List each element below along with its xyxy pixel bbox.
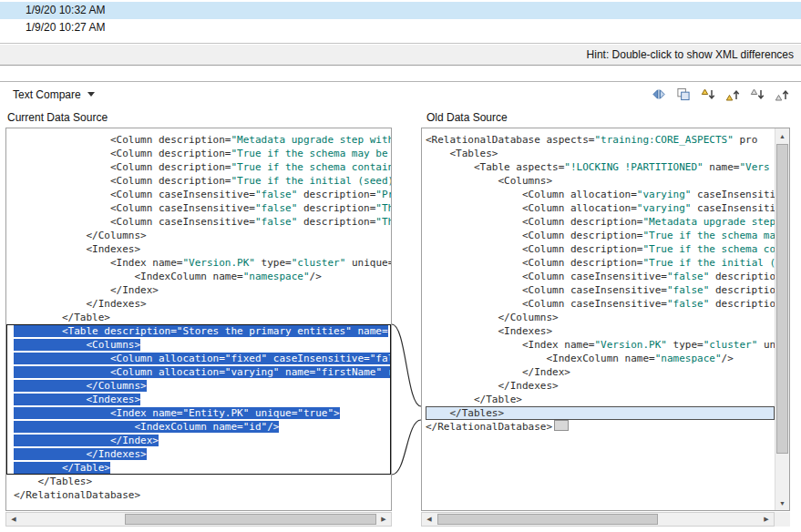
code-line[interactable]: <Column description="True if the initial… (14, 174, 391, 188)
code-line[interactable]: </Table> (426, 393, 775, 406)
right-pane-title: Old Data Source (426, 111, 508, 124)
left-pane[interactable]: <Column description="Metadata upgrade st… (5, 128, 392, 511)
history-row[interactable]: 1/9/20 10:32 AM (0, 2, 801, 19)
swap-panes-icon[interactable] (649, 85, 669, 105)
code-line[interactable]: <Column caseInsensitive="false" descript… (14, 201, 391, 215)
code-line[interactable]: <Column description="Metadata upgrade st… (14, 133, 391, 147)
horizontal-scrollbar-right[interactable]: ◀ ▶ (421, 512, 775, 527)
vertical-scrollbar-thumb[interactable] (776, 144, 788, 454)
hint-bar: Hint: Double-click to show XML differenc… (0, 45, 801, 66)
code-line[interactable]: <Columns> (426, 174, 775, 188)
code-line[interactable]: <RelationalDatabase aspects="training:CO… (426, 133, 775, 147)
vertical-scrollbar[interactable]: ▲ ▼ (775, 128, 789, 510)
code-line[interactable]: <Column caseInsensitive="false" descript… (426, 270, 775, 283)
chevron-down-icon (87, 92, 95, 97)
code-line[interactable]: <Column allocation="fixed" caseInsensiti… (14, 352, 391, 365)
code-line[interactable]: <Index name="Version.PK" type="cluster" … (426, 338, 775, 352)
code-line[interactable]: <Column description="Metadata upgrade st… (426, 215, 775, 229)
scroll-right-arrow-icon[interactable]: ▶ (759, 513, 774, 526)
insertion-marker (554, 420, 569, 431)
code-line[interactable]: <Column allocation="varying" name="first… (14, 365, 391, 379)
code-line[interactable]: <Column description="True if the schema … (426, 242, 775, 256)
text-compare-label: Text Compare (13, 88, 81, 101)
code-line[interactable]: </Columns> (426, 311, 775, 324)
code-line[interactable]: <Column caseInsensitive="false" descript… (14, 188, 391, 201)
code-line[interactable]: <IndexColumn name="namespace"/> (14, 270, 391, 283)
scroll-right-arrow-icon[interactable]: ▶ (376, 513, 391, 526)
previous-difference-icon[interactable] (723, 85, 743, 105)
code-line[interactable]: <Index name="Entity.PK" unique="true"> (14, 406, 391, 420)
horizontal-scrollbar-left[interactable]: ◀ ▶ (5, 512, 392, 527)
code-line[interactable]: <IndexColumn name="id"/> (14, 420, 391, 434)
code-line[interactable]: <Columns> (14, 338, 391, 352)
compare-window: 1/9/20 10:32 AM1/9/20 10:27 AM Hint: Dou… (0, 0, 801, 532)
code-line[interactable]: <Column description="True if the initial… (426, 256, 775, 270)
code-line[interactable]: <Column caseInsensitive="false" descript… (14, 215, 391, 229)
code-line[interactable]: <Column description="True if the schema … (14, 147, 391, 160)
next-change-icon[interactable] (747, 85, 767, 105)
code-line[interactable]: <Index name="Version.PK" type="cluster" … (14, 256, 391, 270)
scroll-left-arrow-icon[interactable]: ◀ (422, 513, 436, 526)
diff-connector (392, 128, 421, 511)
code-line[interactable]: </Tables> (426, 406, 775, 420)
code-line[interactable]: </RelationalDatabase> (14, 488, 391, 502)
code-line[interactable]: <Indexes> (14, 242, 391, 256)
horizontal-scrollbar-right-thumb[interactable] (437, 514, 658, 525)
code-line[interactable]: </Indexes> (14, 447, 391, 461)
history-list: 1/9/20 10:32 AM1/9/20 10:27 AM (0, 0, 801, 44)
code-line[interactable]: </Indexes> (426, 379, 775, 393)
history-row[interactable]: 1/9/20 10:27 AM (0, 19, 801, 36)
code-line[interactable]: </Index> (426, 365, 775, 379)
scroll-down-arrow-icon[interactable]: ▼ (775, 496, 789, 510)
right-code[interactable]: <RelationalDatabase aspects="training:CO… (422, 128, 775, 510)
right-pane[interactable]: <RelationalDatabase aspects="training:CO… (421, 128, 790, 511)
pane-headers: Current Data Source Old Data Source (0, 107, 801, 128)
code-line[interactable]: <Column caseInsensitive="false" descript… (426, 283, 775, 297)
horizontal-scrollbar-left-thumb[interactable] (125, 514, 376, 525)
text-compare-dropdown[interactable]: Text Compare (7, 85, 100, 105)
code-line[interactable]: </Columns> (14, 229, 391, 242)
code-line[interactable]: </Index> (14, 434, 391, 447)
code-line[interactable]: <Indexes> (14, 393, 391, 406)
code-line[interactable]: </Table> (14, 461, 391, 475)
next-difference-icon[interactable] (698, 85, 718, 105)
compare-toolbar: Text Compare (0, 81, 801, 107)
code-line[interactable]: <Column description="True if the schema … (14, 160, 391, 174)
code-line[interactable]: <Indexes> (426, 324, 775, 338)
previous-change-icon[interactable] (772, 85, 792, 105)
copy-all-left-to-right-icon[interactable] (673, 85, 693, 105)
code-line[interactable]: <IndexColumn name="namespace"/> (426, 352, 775, 365)
code-line[interactable]: </Tables> (14, 475, 391, 488)
toolbar-icons (649, 85, 794, 105)
left-pane-title: Current Data Source (7, 111, 108, 124)
code-line[interactable]: </Index> (14, 283, 391, 297)
scroll-left-arrow-icon[interactable]: ◀ (6, 513, 21, 526)
code-line[interactable]: </Table> (14, 311, 391, 324)
code-line[interactable]: <Table description="Stores the primary e… (14, 324, 391, 338)
code-line[interactable]: <Column allocation="varying" caseInsensi… (426, 188, 775, 201)
code-line[interactable]: </Indexes> (14, 297, 391, 311)
code-line[interactable]: <Tables> (426, 147, 775, 160)
left-code[interactable]: <Column description="Metadata upgrade st… (6, 128, 391, 510)
code-line[interactable]: <Column description="True if the schema … (426, 229, 775, 242)
code-line[interactable]: <Column allocation="varying" caseInsensi… (426, 201, 775, 215)
hint-text: Hint: Double-click to show XML differenc… (587, 48, 794, 61)
scroll-up-arrow-icon[interactable]: ▲ (775, 128, 789, 143)
code-line[interactable]: <Table aspects="!LOCKING !PARTITIONED" n… (426, 160, 775, 174)
code-line[interactable]: </RelationalDatabase> (426, 420, 775, 434)
scrollbar-corner (775, 512, 790, 527)
code-line[interactable]: <Column caseInsensitive="false" descript… (426, 297, 775, 311)
code-line[interactable]: </Columns> (14, 379, 391, 393)
